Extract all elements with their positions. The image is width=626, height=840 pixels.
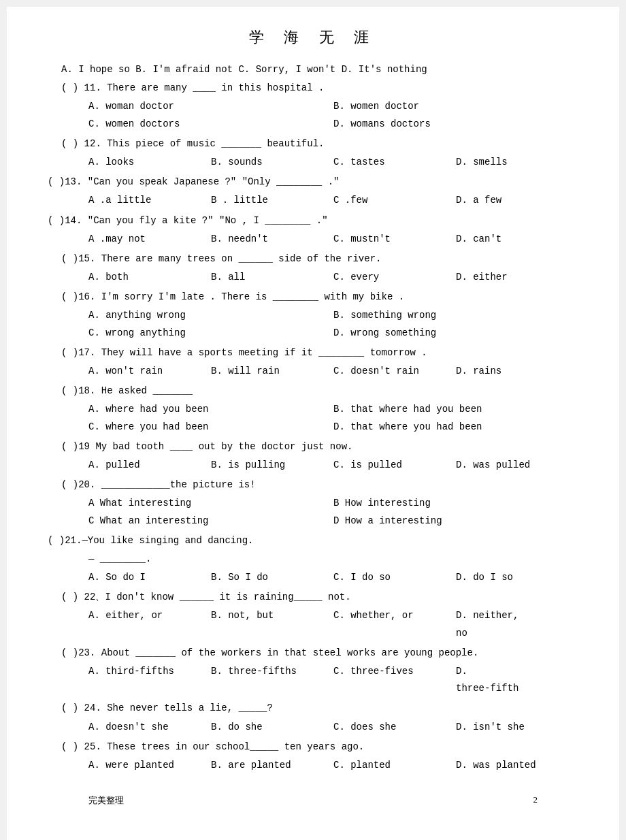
q16-opt-a: A. anything wrong xyxy=(88,307,333,324)
q21-options: A. So do I B. So I do C. I do so D. do I… xyxy=(48,569,578,586)
q13-opt-d: D. a few xyxy=(456,192,578,209)
footer-left: 完美整理 xyxy=(88,794,124,807)
q25-options: A. were planted B. are planted C. plante… xyxy=(48,757,578,774)
question-19: ( )19 My bad tooth ____ out by the docto… xyxy=(48,438,578,474)
q17-opt-a: A. won't rain xyxy=(88,363,211,380)
question-13: ( )13. "Can you speak Japanese ?" "Only … xyxy=(48,174,578,209)
q20-options: A What interesting B How interesting C W… xyxy=(48,495,578,529)
q16-text: ( )16. I'm sorry I'm late . There is ___… xyxy=(48,289,578,306)
q23-opt-b: B. three-fifths xyxy=(211,663,333,697)
q11-options: A. woman doctor B. women doctor C. women… xyxy=(48,98,578,132)
question-20: ( )20. ____________the picture is! A Wha… xyxy=(48,476,578,530)
q20-opt-d: D How a interesting xyxy=(333,513,578,530)
q12-text: ( ) 12. This piece of music _______ beau… xyxy=(48,135,578,152)
q11-opt-d: D. womans doctors xyxy=(333,116,578,133)
q12-opt-c: C. tastes xyxy=(333,154,456,171)
q20-opt-a: A What interesting xyxy=(88,495,333,512)
q18-opt-b: B. that where had you been xyxy=(333,401,578,418)
question-15: ( )15. There are many trees on ______ si… xyxy=(48,251,578,286)
q13-opt-a: A .a little xyxy=(88,192,211,209)
q12-opt-b: B. sounds xyxy=(211,154,333,171)
q23-opt-d: D. three-fifth xyxy=(456,663,578,697)
q14-opt-a: A .may not xyxy=(88,231,211,248)
q19-options: A. pulled B. is pulling C. is pulled D. … xyxy=(48,457,578,474)
q18-options: A. where had you been B. that where had … xyxy=(48,401,578,435)
q19-opt-c: C. is pulled xyxy=(333,457,456,474)
q15-opt-d: D. either xyxy=(456,269,578,286)
q22-opt-b: B. not, but xyxy=(211,607,333,641)
q12-opt-a: A. looks xyxy=(88,154,211,171)
q16-opt-d: D. wrong something xyxy=(333,325,578,342)
q22-opt-c: C. whether, or xyxy=(333,607,456,641)
q22-opt-a: A. either, or xyxy=(88,607,211,641)
q19-opt-a: A. pulled xyxy=(88,457,211,474)
q18-opt-a: A. where had you been xyxy=(88,401,333,418)
q25-opt-c: C. planted xyxy=(333,757,456,774)
q25-opt-a: A. were planted xyxy=(88,757,211,774)
q20-opt-c: C What an interesting xyxy=(88,513,333,530)
q16-opt-b: B. something wrong xyxy=(333,307,578,324)
q11-text: ( ) 11. There are many ____ in this hosp… xyxy=(48,80,578,97)
q14-opt-d: D. can't xyxy=(456,231,578,248)
q21-opt-b: B. So I do xyxy=(211,569,333,586)
question-11: ( ) 11. There are many ____ in this hosp… xyxy=(48,80,578,133)
q22-opt-d: D. neither, no xyxy=(456,607,578,641)
q18-opt-d: D. that where you had been xyxy=(333,419,578,436)
q19-opt-d: D. was pulled xyxy=(456,457,578,474)
q19-text: ( )19 My bad tooth ____ out by the docto… xyxy=(48,438,578,455)
q24-opt-d: D. isn't she xyxy=(456,719,578,736)
q16-opt-c: C. wrong anything xyxy=(88,325,333,342)
q21-opt-c: C. I do so xyxy=(333,569,456,586)
header-options: A. I hope so B. I'm afraid not C. Sorry,… xyxy=(48,61,578,78)
q22-text: ( ) 22、I don't know ______ it is raining… xyxy=(48,589,578,606)
q20-text: ( )20. ____________the picture is! xyxy=(48,476,578,494)
q18-opt-c: C. where you had been xyxy=(88,419,333,436)
q15-opt-c: C. every xyxy=(333,269,456,286)
q25-opt-d: D. was planted xyxy=(456,757,578,774)
q25-opt-b: B. are planted xyxy=(211,757,333,774)
q17-text: ( )17. They will have a sports meeting i… xyxy=(48,344,578,361)
q23-options: A. third-fifths B. three-fifths C. three… xyxy=(48,663,578,697)
q16-options: A. anything wrong B. something wrong C. … xyxy=(48,307,578,341)
q13-opt-b: B . little xyxy=(211,192,333,209)
q11-opt-a: A. woman doctor xyxy=(88,98,333,115)
q24-opt-c: C. does she xyxy=(333,719,456,736)
q14-opt-b: B. needn't xyxy=(211,231,333,248)
q24-opt-a: A. doesn't she xyxy=(88,719,211,736)
q21-text: ( )21.—You like singing and dancing. xyxy=(48,532,578,549)
content: A. I hope so B. I'm afraid not C. Sorry,… xyxy=(48,61,578,774)
q12-opt-d: D. smells xyxy=(456,154,578,171)
q15-options: A. both B. all C. every D. either xyxy=(48,269,578,286)
q22-options: A. either, or B. not, but C. whether, or… xyxy=(48,607,578,641)
q17-opt-d: D. rains xyxy=(456,363,578,380)
question-21: ( )21.—You like singing and dancing. — _… xyxy=(48,532,578,587)
footer-right: 2 xyxy=(533,794,538,807)
q20-opt-b: B How interesting xyxy=(333,495,578,512)
q18-text: ( )18. He asked _______ xyxy=(48,383,578,400)
q21-opt-d: D. do I so xyxy=(456,569,578,586)
q13-opt-c: C .few xyxy=(333,192,456,209)
question-23: ( )23. About _______ of the workers in t… xyxy=(48,645,578,698)
q24-options: A. doesn't she B. do she C. does she D. … xyxy=(48,719,578,736)
q17-options: A. won't rain B. will rain C. doesn't ra… xyxy=(48,363,578,380)
q13-options: A .a little B . little C .few D. a few xyxy=(48,192,578,209)
q21-opt-a: A. So do I xyxy=(88,569,211,586)
q11-opt-b: B. women doctor xyxy=(333,98,578,115)
q17-opt-c: C. doesn't rain xyxy=(333,363,456,380)
question-16: ( )16. I'm sorry I'm late . There is ___… xyxy=(48,289,578,342)
q23-opt-c: C. three-fives xyxy=(333,663,456,697)
q23-opt-a: A. third-fifths xyxy=(88,663,211,697)
q11-opt-c: C. women doctors xyxy=(88,116,333,133)
q14-options: A .may not B. needn't C. mustn't D. can'… xyxy=(48,231,578,248)
q12-options: A. looks B. sounds C. tastes D. smells xyxy=(48,154,578,171)
question-18: ( )18. He asked _______ A. where had you… xyxy=(48,383,578,436)
q14-text: ( )14. "Can you fly a kite ?" "No , I __… xyxy=(48,212,578,229)
q24-opt-b: B. do she xyxy=(211,719,333,736)
q13-text: ( )13. "Can you speak Japanese ?" "Only … xyxy=(48,174,578,191)
footer: 完美整理 2 xyxy=(48,794,578,807)
question-22: ( ) 22、I don't know ______ it is raining… xyxy=(48,589,578,642)
q19-opt-b: B. is pulling xyxy=(211,457,333,474)
q15-opt-b: B. all xyxy=(211,269,333,286)
question-24: ( ) 24. She never tells a lie, _____? A.… xyxy=(48,700,578,735)
q15-opt-a: A. both xyxy=(88,269,211,286)
